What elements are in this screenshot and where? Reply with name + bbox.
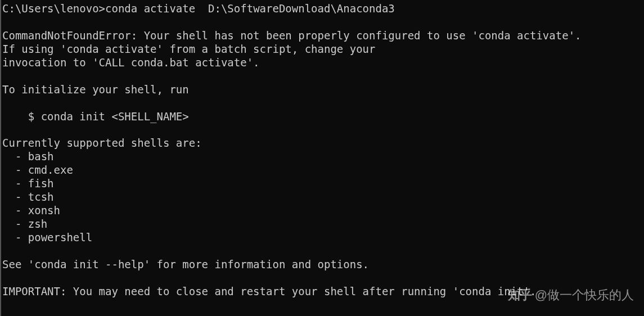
output-line: - fish (2, 177, 54, 189)
output-line: CommandNotFoundError: Your shell has not… (2, 29, 582, 42)
command-input: conda activate D:\SoftwareDownload\Anaco… (105, 2, 395, 15)
output-line: - bash (2, 150, 54, 162)
output-line: Currently supported shells are: (2, 137, 202, 149)
output-line: - cmd.exe (2, 164, 73, 176)
output-line: - zsh (2, 218, 47, 230)
output-line: IMPORTANT: You may need to close and res… (2, 285, 536, 297)
output-line: - xonsh (2, 204, 60, 216)
output-line: To initialize your shell, run (2, 83, 189, 96)
output-line: See 'conda init --help' for more informa… (2, 258, 369, 270)
command-prompt: C:\Users\lenovo> (2, 2, 105, 15)
output-line: invocation to 'CALL conda.bat activate'. (2, 56, 260, 69)
output-line: $ conda init <SHELL_NAME> (2, 110, 189, 123)
output-line: - tcsh (2, 191, 54, 203)
output-line: - powershell (2, 231, 92, 243)
terminal-output[interactable]: C:\Users\lenovo>conda activate D:\Softwa… (1, 0, 644, 301)
output-line: If using 'conda activate' from a batch s… (2, 43, 375, 55)
